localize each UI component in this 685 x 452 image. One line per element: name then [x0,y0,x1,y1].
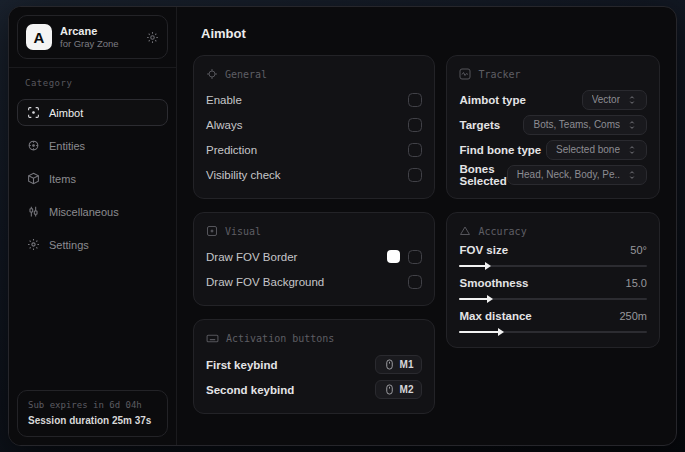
section-title: Visual [225,226,261,237]
sidebar-item-label: Entities [49,140,85,152]
find-bone-type-dropdown[interactable]: Selected bone [546,140,647,160]
sidebar-divider [9,67,176,68]
setting-row: Visibility check [206,162,422,187]
setting-label: First keybind [206,359,278,371]
sub-expires-text: Sub expires in 6d 04h [28,399,157,413]
sidebar-item-settings[interactable]: Settings [17,231,168,258]
fov-size-slider[interactable] [459,265,647,267]
sidebar: A Arcane for Gray Zone Category Aimbot E… [9,7,177,445]
aimbot-type-dropdown[interactable]: Vector [582,90,647,110]
candlestick-icon [27,205,40,218]
crosshair-icon [27,106,40,119]
unfold-arrows-icon [627,170,637,180]
section-title: Tracker [478,69,520,80]
setting-label: FOV size [459,244,508,256]
setting-label: Max distance [459,310,531,322]
keyboard-icon [206,332,219,345]
subscription-status: Sub expires in 6d 04h Session duration 2… [17,390,168,437]
sidebar-item-miscellaneous[interactable]: Miscellaneous [17,198,168,225]
setting-label: Draw FOV Border [206,251,297,263]
setting-label: Enable [206,94,242,106]
prediction-checkbox[interactable] [408,143,422,157]
slider-thumb[interactable] [498,328,504,336]
slider-thumb[interactable] [487,295,493,303]
category-label: Category [25,78,160,88]
max-distance-slider[interactable] [459,331,647,333]
section-title: Activation buttons [226,333,334,344]
cube-icon [27,172,40,185]
max-distance-setting: Max distance 250m [459,310,647,333]
draw-fov-border-checkbox[interactable] [408,250,422,264]
sidebar-item-label: Miscellaneous [49,206,119,218]
slider-thumb[interactable] [485,262,491,270]
unfold-arrows-icon [627,145,637,155]
radar-icon [27,139,40,152]
targets-dropdown[interactable]: Bots, Teams, Coms [523,115,647,135]
second-keybind-button[interactable]: M2 [375,380,423,399]
app-title: Arcane [60,25,119,38]
smoothness-value: 15.0 [626,277,647,289]
setting-row: Draw FOV Background [206,269,422,294]
max-distance-value: 250m [619,310,647,322]
setting-row: Prediction [206,137,422,162]
sidebar-item-aimbot[interactable]: Aimbot [17,99,168,126]
setting-label: Bones Selected [459,163,506,187]
mouse-icon [384,359,395,370]
sidebar-item-items[interactable]: Items [17,165,168,192]
setting-row: First keybind M1 [206,352,422,377]
activity-icon [459,68,471,80]
bones-selected-dropdown[interactable]: Head, Neck, Body, Pe.. [507,165,647,185]
setting-label: Prediction [206,144,257,156]
fov-border-color-swatch[interactable] [387,250,400,263]
app-logo: A [26,24,52,50]
visibility-check-checkbox[interactable] [408,168,422,182]
app-header: A Arcane for Gray Zone [17,15,168,59]
sidebar-item-label: Aimbot [49,107,83,119]
triangle-icon [459,225,471,237]
accuracy-card: Accuracy FOV size 50° Smoothness [446,212,660,348]
dropdown-value: Selected bone [556,144,620,155]
visual-card: Visual Draw FOV Border Draw FOV Backgrou… [193,212,435,306]
fov-size-setting: FOV size 50° [459,244,647,267]
enable-checkbox[interactable] [408,93,422,107]
sidebar-item-entities[interactable]: Entities [17,132,168,159]
session-duration-text: Session duration 25m 37s [28,413,157,429]
keybind-value: M1 [400,359,414,370]
dropdown-value: Vector [592,94,620,105]
setting-row: Bones Selected Head, Neck, Body, Pe.. [459,162,647,187]
page-title: Aimbot [201,26,660,41]
sidebar-item-label: Items [49,173,76,185]
setting-row: Enable [206,87,422,112]
setting-label: Smoothness [459,277,528,289]
sidebar-item-label: Settings [49,239,89,251]
draw-fov-background-checkbox[interactable] [408,275,422,289]
dropdown-value: Bots, Teams, Coms [533,119,620,130]
setting-label: Second keybind [206,384,294,396]
settings-gear-icon[interactable] [146,31,159,44]
unfold-arrows-icon [627,120,637,130]
always-checkbox[interactable] [408,118,422,132]
setting-row: Second keybind M2 [206,377,422,402]
dropdown-value: Head, Neck, Body, Pe.. [517,169,620,180]
crosshair-icon [206,68,218,80]
frame-icon [206,225,218,237]
gear-icon [27,238,40,251]
app-subtitle: for Gray Zone [60,38,119,49]
smoothness-slider[interactable] [459,298,647,300]
activation-buttons-card: Activation buttons First keybind M1 Seco… [193,319,435,414]
setting-label: Visibility check [206,169,281,181]
setting-row: Always [206,112,422,137]
setting-label: Find bone type [459,144,541,156]
setting-row: Find bone type Selected bone [459,137,647,162]
first-keybind-button[interactable]: M1 [375,355,423,374]
section-title: Accuracy [478,226,526,237]
main-content: Aimbot General Enable Alw [177,7,676,445]
unfold-arrows-icon [627,95,637,105]
smoothness-setting: Smoothness 15.0 [459,277,647,300]
tracker-card: Tracker Aimbot type Vector Targets [446,55,660,199]
setting-label: Aimbot type [459,94,525,106]
setting-label: Targets [459,119,500,131]
app-window: A Arcane for Gray Zone Category Aimbot E… [8,6,677,446]
setting-row: Targets Bots, Teams, Coms [459,112,647,137]
keybind-value: M2 [400,384,414,395]
